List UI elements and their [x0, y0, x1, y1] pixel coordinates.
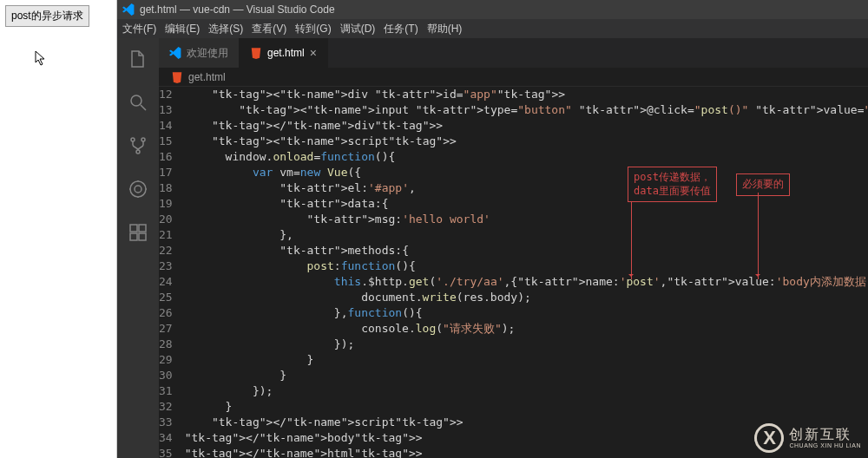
watermark-top: 创新互联 [789, 427, 861, 442]
activity-bar [117, 38, 159, 458]
debug-icon[interactable] [128, 179, 148, 203]
code-editor[interactable]: 12 13 14 15 16 17 18 19 20 21 22 23 24 2… [159, 87, 868, 458]
svg-point-2 [141, 138, 145, 141]
mouse-cursor-icon [35, 50, 47, 69]
svg-point-5 [135, 186, 141, 193]
annotation-arrow-1 [631, 201, 632, 279]
tab-label: get.html [267, 47, 305, 59]
menubar: 文件(F) 编辑(E) 选择(S) 查看(V) 转到(G) 调试(D) 任务(T… [117, 19, 868, 38]
menu-file[interactable]: 文件(F) [122, 22, 156, 36]
browser-panel: post的异步请求 [0, 0, 117, 458]
tabs-row: 欢迎使用 get.html × [159, 38, 868, 68]
breadcrumb: get.html [159, 68, 868, 87]
menu-edit[interactable]: 编辑(E) [165, 22, 200, 36]
breadcrumb-label: get.html [188, 71, 226, 83]
svg-point-4 [130, 181, 146, 197]
editor-group: 欢迎使用 get.html × get.html 12 13 14 15 16 … [159, 38, 868, 458]
html-file-icon [171, 71, 183, 83]
svg-point-0 [131, 95, 141, 106]
svg-point-1 [131, 138, 135, 141]
vscode-icon [122, 3, 135, 16]
files-icon[interactable] [128, 49, 148, 73]
extensions-icon[interactable] [128, 222, 148, 246]
tab-welcome[interactable]: 欢迎使用 [159, 38, 240, 68]
menu-select[interactable]: 选择(S) [208, 22, 243, 36]
svg-rect-6 [130, 225, 137, 232]
svg-rect-9 [139, 233, 146, 240]
menu-view[interactable]: 查看(V) [252, 22, 286, 36]
menu-tasks[interactable]: 任务(T) [384, 22, 418, 36]
html-file-icon [250, 47, 262, 59]
annotation-box-2: 必须要的 [736, 173, 790, 196]
tab-label: 欢迎使用 [187, 46, 228, 61]
watermark: X 创新互联 CHUANG XIN HU LIAN [754, 423, 861, 453]
vscode-window: get.html — vue-cdn — Visual Studio Code … [117, 0, 868, 458]
svg-point-3 [136, 150, 140, 154]
annotation-arrow-2 [758, 193, 759, 279]
svg-rect-8 [130, 233, 137, 240]
title-text: get.html — vue-cdn — Visual Studio Code [140, 3, 335, 16]
watermark-logo-icon: X [754, 423, 784, 453]
annotation-box-1: post传递数据， data里面要传值 [628, 167, 717, 202]
git-icon[interactable] [128, 135, 148, 160]
close-icon[interactable]: × [310, 46, 317, 60]
line-numbers: 12 13 14 15 16 17 18 19 20 21 22 23 24 2… [159, 87, 185, 458]
code-content[interactable]: "tk-tag"><"tk-name">div "tk-attr">id="ap… [185, 87, 868, 458]
vscode-icon [169, 47, 181, 59]
menu-help[interactable]: 帮助(H) [427, 22, 463, 36]
menu-debug[interactable]: 调试(D) [340, 22, 376, 36]
watermark-bottom: CHUANG XIN HU LIAN [789, 442, 861, 449]
menu-goto[interactable]: 转到(G) [295, 22, 331, 36]
post-request-button[interactable]: post的异步请求 [5, 5, 89, 27]
search-icon[interactable] [128, 92, 148, 116]
svg-rect-7 [139, 225, 146, 232]
tab-get-html[interactable]: get.html × [240, 38, 328, 68]
titlebar: get.html — vue-cdn — Visual Studio Code [117, 0, 868, 19]
